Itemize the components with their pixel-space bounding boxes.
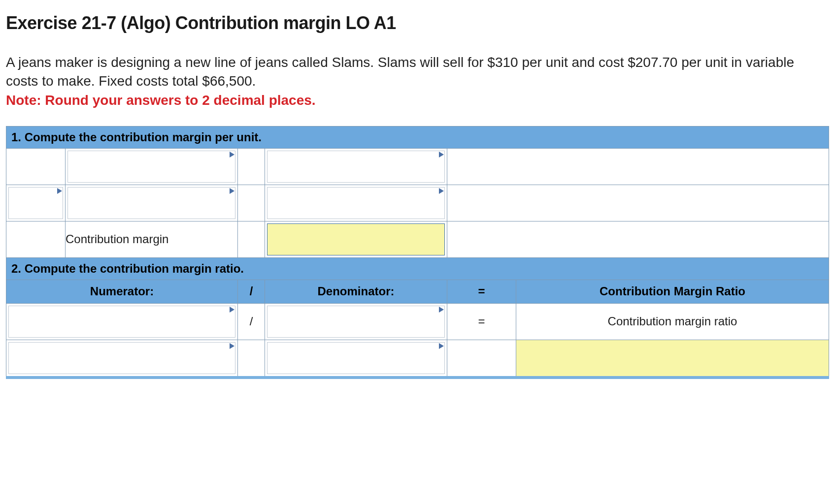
blank-cell — [6, 148, 66, 185]
rounding-note: Note: Round your answers to 2 decimal pl… — [6, 93, 829, 108]
section1-header: 1. Compute the contribution margin per u… — [6, 126, 829, 148]
s1-r1-value-dropdown[interactable] — [265, 148, 447, 185]
section2-row2 — [6, 340, 829, 376]
col-cm-ratio: Contribution Margin Ratio — [516, 280, 829, 303]
divide-symbol: / — [238, 303, 265, 340]
section2-header: 2. Compute the contribution margin ratio… — [6, 257, 829, 280]
s1-contribution-margin-result[interactable] — [265, 221, 447, 257]
blank-cell — [238, 221, 265, 257]
blank-cell — [447, 148, 829, 185]
table-bottom-border — [6, 376, 829, 379]
s1-r2-label-dropdown[interactable] — [66, 185, 238, 221]
exercise-title: Exercise 21-7 (Algo) Contribution margin… — [6, 13, 829, 33]
section1-row1 — [6, 148, 829, 185]
contribution-margin-label: Contribution margin — [66, 221, 238, 257]
blank-cell — [238, 148, 265, 185]
section1-row2 — [6, 185, 829, 221]
s1-r2-value-dropdown[interactable] — [265, 185, 447, 221]
exercise-description: A jeans maker is designing a new line of… — [6, 53, 829, 91]
worksheet-table: 1. Compute the contribution margin per u… — [6, 126, 829, 377]
col-denominator: Denominator: — [265, 280, 447, 303]
s1-r2-sign-dropdown[interactable] — [6, 185, 66, 221]
blank-cell — [6, 221, 66, 257]
blank-cell — [447, 185, 829, 221]
section1-row3: Contribution margin — [6, 221, 829, 257]
s2-numerator-dropdown[interactable] — [6, 303, 238, 340]
blank-cell — [447, 221, 829, 257]
s2-cm-ratio-result[interactable] — [516, 340, 829, 376]
col-numerator: Numerator: — [6, 280, 238, 303]
col-equals: = — [447, 280, 516, 303]
blank-cell — [447, 340, 516, 376]
s1-r1-label-dropdown[interactable] — [66, 148, 238, 185]
equals-symbol: = — [447, 303, 516, 340]
s2-denominator-dropdown[interactable] — [265, 303, 447, 340]
s2-denominator-value[interactable] — [265, 340, 447, 376]
section2-row1: / = Contribution margin ratio — [6, 303, 829, 340]
blank-cell — [238, 340, 265, 376]
blank-cell — [238, 185, 265, 221]
cm-ratio-label: Contribution margin ratio — [516, 303, 829, 340]
s2-numerator-value[interactable] — [6, 340, 238, 376]
section2-subheader: Numerator: / Denominator: = Contribution… — [6, 280, 829, 303]
col-divide: / — [238, 280, 265, 303]
